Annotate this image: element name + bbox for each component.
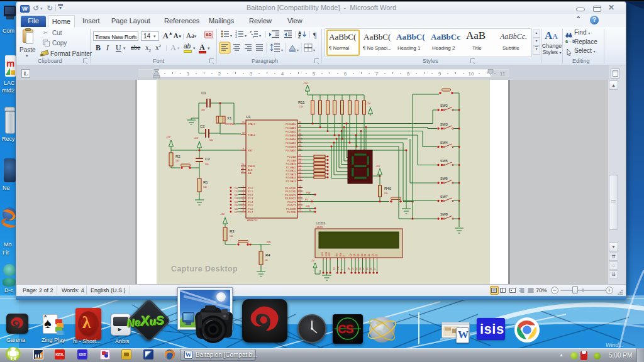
svg-text:6: 6 — [243, 202, 244, 205]
svg-text:▾: ▾ — [281, 48, 283, 52]
svg-text:SW3: SW3 — [440, 123, 448, 126]
svg-text:R4: R4 — [265, 253, 270, 257]
svg-text:50p: 50p — [209, 139, 213, 141]
svg-text:+5V: +5V — [220, 212, 225, 216]
svg-text:D5: D5 — [368, 254, 370, 256]
svg-text:P3.3/INT1: P3.3/INT1 — [285, 197, 297, 200]
svg-text:EA: EA — [248, 172, 252, 175]
svg-text:1: 1 — [187, 71, 190, 77]
svg-text:P0.2/AD2: P0.2/AD2 — [286, 130, 297, 133]
svg-text:2: 2 — [218, 71, 221, 77]
svg-text:SW7: SW7 — [440, 195, 448, 199]
svg-text:R11: R11 — [298, 101, 305, 104]
svg-text:C3: C3 — [205, 157, 210, 161]
svg-text:R3: R3 — [230, 229, 235, 233]
svg-text:PSEN: PSEN — [248, 165, 255, 168]
svg-text:RW: RW — [340, 253, 342, 256]
svg-text:▾: ▾ — [313, 48, 315, 52]
svg-text:P2.5/A13: P2.5/A13 — [286, 173, 297, 176]
svg-text:D4: D4 — [362, 268, 365, 270]
svg-text:19: 19 — [242, 121, 245, 124]
svg-text:8: 8 — [407, 71, 410, 77]
svg-text:X1: X1 — [227, 116, 232, 120]
svg-text:3: 3 — [243, 192, 244, 195]
svg-text:D1: D1 — [352, 268, 354, 270]
svg-text:100: 100 — [175, 160, 179, 162]
svg-text:C2: C2 — [200, 124, 205, 128]
svg-text:11: 11 — [500, 71, 506, 77]
svg-text:P3.4/T0: P3.4/T0 — [287, 200, 297, 204]
svg-text:RS: RS — [333, 267, 336, 270]
svg-text:1: 1 — [243, 185, 244, 188]
svg-text:D5: D5 — [235, 204, 238, 207]
svg-text:R2: R2 — [175, 155, 180, 158]
svg-text:22: 22 — [299, 158, 301, 160]
svg-text:C1: C1 — [201, 91, 206, 95]
svg-text:RW: RW — [337, 266, 340, 270]
svg-text:P0.4/AD4: P0.4/AD4 — [286, 138, 297, 141]
svg-text:D1: D1 — [235, 190, 238, 193]
svg-text:18: 18 — [242, 132, 245, 134]
svg-text:D7: D7 — [375, 254, 378, 256]
svg-text:4: 4 — [243, 195, 244, 198]
svg-text:29: 29 — [242, 163, 244, 166]
svg-text:9: 9 — [438, 71, 441, 77]
svg-text:3: 3 — [250, 71, 253, 77]
svg-text:D6: D6 — [235, 207, 238, 211]
svg-text:P1.3: P1.3 — [248, 197, 253, 200]
svg-text:▾: ▾ — [230, 34, 232, 38]
svg-text:P2.7/A15: P2.7/A15 — [286, 180, 297, 183]
svg-text:AT89C51: AT89C51 — [247, 219, 258, 222]
svg-text:38: 38 — [299, 125, 301, 128]
svg-text:37: 37 — [299, 129, 301, 131]
svg-text:9: 9 — [243, 148, 244, 150]
svg-text:P3.2/INT0: P3.2/INT0 — [285, 194, 297, 197]
svg-text:24: 24 — [299, 165, 301, 167]
svg-text:P3.0/RXD: P3.0/RXD — [285, 187, 296, 190]
svg-text:34: 34 — [299, 140, 301, 143]
svg-text:XTAL1: XTAL1 — [248, 123, 256, 126]
svg-text:7: 7 — [375, 71, 379, 77]
svg-text:P2.4/A12: P2.4/A12 — [286, 169, 297, 172]
svg-text:36: 36 — [299, 133, 301, 135]
svg-text:P0.6/AD6: P0.6/AD6 — [286, 145, 297, 148]
svg-text:LCD1: LCD1 — [316, 221, 326, 225]
svg-text:D0: D0 — [350, 254, 352, 256]
svg-text:10: 10 — [299, 185, 301, 188]
svg-text:P1.5: P1.5 — [248, 204, 253, 207]
svg-text:PW: PW — [306, 205, 310, 208]
svg-text:D7: D7 — [235, 211, 238, 214]
svg-text:11: 11 — [299, 189, 301, 191]
svg-text:P0.0/AD0: P0.0/AD0 — [286, 123, 297, 126]
svg-text:P2.2/A10: P2.2/A10 — [286, 162, 297, 165]
svg-text:SW2: SW2 — [440, 104, 448, 107]
svg-text:U1: U1 — [246, 115, 251, 119]
svg-text:D5: D5 — [366, 268, 369, 270]
svg-text:XTAL2: XTAL2 — [248, 133, 256, 136]
svg-text:P2.3/A11: P2.3/A11 — [286, 166, 297, 169]
svg-text:+5V: +5V — [375, 165, 380, 168]
svg-text:P5: P5 — [305, 198, 309, 201]
svg-text:D6: D6 — [372, 254, 374, 256]
svg-text:P1.0: P1.0 — [248, 187, 253, 190]
svg-text:D4: D4 — [235, 200, 238, 204]
svg-text:Z: Z — [298, 35, 301, 39]
svg-text:5: 5 — [243, 199, 244, 202]
svg-text:4: 4 — [281, 71, 284, 77]
svg-text:5: 5 — [313, 71, 316, 77]
svg-text:+5V: +5V — [194, 136, 199, 140]
svg-text:13: 13 — [299, 195, 301, 198]
svg-text:¶: ¶ — [313, 31, 317, 40]
svg-text:D7: D7 — [374, 268, 376, 270]
svg-text:26: 26 — [299, 172, 301, 174]
svg-text:RS: RS — [336, 253, 338, 256]
svg-text:VSS: VSS — [321, 251, 324, 256]
svg-text:VEE: VEE — [328, 251, 331, 256]
svg-text:▾: ▾ — [259, 34, 261, 38]
svg-text:16: 16 — [299, 206, 301, 209]
svg-text:CRYSTAL: CRYSTAL — [225, 123, 235, 126]
svg-text:P1.7: P1.7 — [248, 211, 253, 214]
svg-text:SW6: SW6 — [440, 177, 448, 180]
svg-text:P2.1/A9: P2.1/A9 — [287, 159, 297, 162]
svg-text:▾: ▾ — [297, 48, 299, 52]
